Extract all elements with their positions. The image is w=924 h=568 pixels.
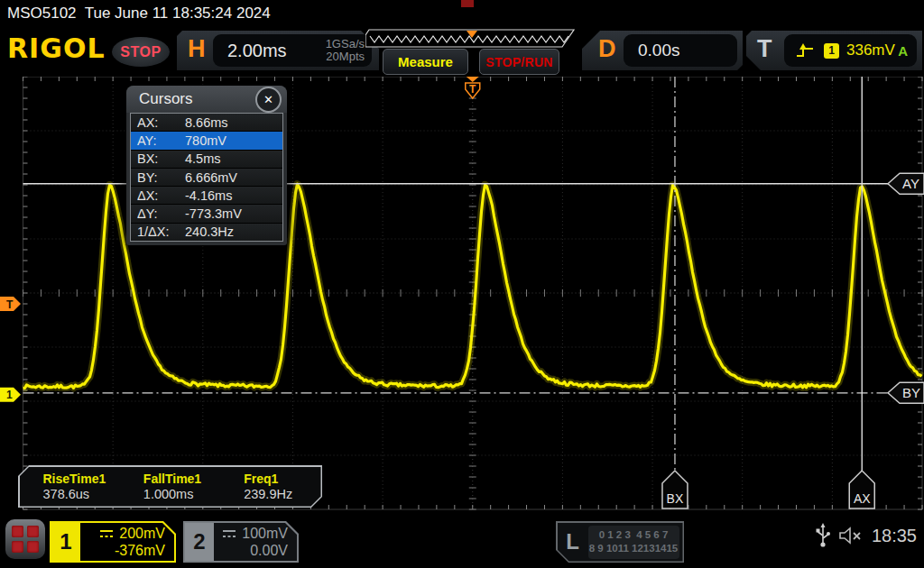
- cursor-row-value: -773.3mV: [185, 206, 242, 221]
- svg-text:AY: AY: [902, 176, 919, 191]
- channel-2-scale: 100mV: [242, 525, 288, 542]
- cursor-flag-ay[interactable]: AY: [888, 173, 924, 194]
- measurements-list: RiseTime1378.6usFallTime11.000msFreq1239…: [20, 467, 321, 507]
- cursor-row-label: ΔX:: [137, 188, 180, 203]
- cursor-row[interactable]: AY:780mV: [131, 132, 282, 150]
- measurement-label: Freq1: [244, 472, 320, 487]
- cursor-row-value: -4.16ms: [185, 188, 232, 203]
- bottom-bar: 1 200mV -376mV 2: [0, 512, 924, 568]
- logic-channels-box[interactable]: L 0 1 2 3 4 5 6 78 9 1011 12131415: [556, 521, 684, 563]
- trigger-mode: A: [898, 43, 908, 59]
- trigger-label: T: [757, 35, 772, 63]
- cursors-panel-titlebar[interactable]: Cursors ✕: [126, 86, 287, 113]
- trigger-inset: 1 336mV A: [784, 34, 917, 67]
- svg-text:AX: AX: [854, 491, 871, 506]
- stop-run-button[interactable]: STOP/RUN: [479, 49, 559, 75]
- speaker-muted-icon[interactable]: [839, 526, 863, 545]
- measure-button[interactable]: Measure: [383, 49, 468, 75]
- delay-panel[interactable]: D 0.00s: [582, 31, 743, 70]
- stop-run-button-label: STOP/RUN: [485, 55, 553, 69]
- svg-text:T: T: [469, 83, 476, 96]
- measurement-label: FallTime1: [143, 472, 220, 487]
- cursor-row[interactable]: ΔX:-4.16ms: [131, 187, 282, 205]
- delay-inset: 0.00s: [624, 34, 737, 67]
- delay-label: D: [598, 35, 616, 63]
- rigol-logo: RIGOL: [7, 32, 106, 64]
- cursor-row-label: 1/ΔX:: [137, 224, 180, 239]
- measurements-panel[interactable]: RiseTime1378.6usFallTime11.000msFreq1239…: [18, 465, 322, 508]
- channel-1-offset: -376mV: [80, 542, 165, 559]
- usb-icon: [816, 523, 830, 548]
- trigger-level-value: 336mV: [846, 41, 895, 60]
- cursor-row-label: BY:: [137, 170, 180, 185]
- cursor-row-value: 780mV: [185, 133, 226, 148]
- measurement-label: RiseTime1: [43, 472, 120, 487]
- channel-1-number: 1: [51, 523, 80, 561]
- cursor-row-label: BX:: [137, 151, 180, 166]
- channel-1-box[interactable]: 1 200mV -376mV: [50, 521, 176, 563]
- cursor-row[interactable]: 1/ΔX:240.3Hz: [131, 224, 282, 241]
- cursor-flag-bx[interactable]: BX: [662, 471, 688, 508]
- svg-text:T: T: [6, 298, 14, 311]
- measurement-item: Freq1239.9Hz: [244, 467, 320, 507]
- timebase-inset: 2.00ms 1GSa/s20Mpts: [213, 34, 372, 67]
- dc-coupling-icon: [98, 528, 115, 539]
- delay-value: 0.00s: [638, 41, 679, 60]
- trigger-level-marker[interactable]: T: [0, 297, 21, 311]
- channel-2-number: 2: [185, 523, 214, 561]
- measurement-value: 378.6us: [43, 487, 120, 502]
- cursor-row[interactable]: AX:8.66ms: [131, 114, 282, 132]
- measurement-item: RiseTime1378.6us: [43, 467, 120, 507]
- cursor-row[interactable]: BX:4.5ms: [131, 151, 282, 169]
- function-grid-icon[interactable]: [5, 519, 45, 559]
- ch1-ground-marker[interactable]: 1: [0, 388, 21, 402]
- run-state-indicator[interactable]: STOP: [112, 37, 170, 67]
- logic-channel-numbers: 0 1 2 3 4 5 6 78 9 1011 12131415: [588, 526, 679, 559]
- trigger-panel[interactable]: T 1 336mV A: [746, 31, 922, 70]
- timebase-value: 2.00ms: [227, 41, 287, 61]
- svg-text:1: 1: [6, 389, 13, 401]
- sample-rate: 1GSa/s20Mpts: [326, 38, 365, 63]
- cursor-row-value: 240.3Hz: [185, 224, 234, 239]
- cursor-row-label: AY:: [137, 133, 180, 148]
- cursors-panel-title: Cursors: [139, 90, 193, 108]
- os-bar: MSO5102 Tue June 11 18:35:24 2024: [0, 0, 924, 27]
- measurement-item: FallTime11.000ms: [143, 467, 220, 507]
- cursor-flag-by[interactable]: BY: [888, 382, 924, 403]
- logic-label: L: [558, 523, 588, 562]
- clock-label: 18:35: [872, 526, 917, 546]
- close-icon[interactable]: ✕: [255, 87, 282, 113]
- delay-bar[interactable]: [365, 28, 577, 50]
- run-state-label: STOP: [120, 44, 161, 60]
- cursor-row-value: 4.5ms: [185, 151, 221, 166]
- channel-2-box[interactable]: 2 100mV 0.00V: [183, 521, 299, 563]
- cursors-panel[interactable]: Cursors ✕ AX:8.66msAY:780mVBX:4.5msBY:6.…: [126, 86, 287, 245]
- cursors-list: AX:8.66msAY:780mVBX:4.5msBY:6.666mVΔX:-4…: [130, 113, 283, 242]
- measurement-value: 1.000ms: [143, 487, 220, 502]
- header-bar: RIGOL STOP H 2.00ms 1GSa/s20Mpts Measure…: [0, 27, 924, 77]
- window-title: MSO5102 Tue June 11 18:35:24 2024: [7, 5, 271, 23]
- cursor-row-value: 8.66ms: [185, 115, 228, 130]
- cursor-row-label: AX:: [137, 115, 180, 130]
- measure-button-label: Measure: [398, 54, 453, 69]
- channel-1-scale: 200mV: [119, 525, 165, 542]
- cursor-row-label: ΔY:: [137, 206, 180, 221]
- cursor-flag-ax[interactable]: AX: [849, 471, 874, 508]
- trigger-source-badge: 1: [824, 43, 839, 59]
- horizontal-label: H: [188, 35, 206, 63]
- top-red-marker: [461, 0, 474, 7]
- cursor-row[interactable]: BY:6.666mV: [131, 169, 282, 187]
- edge-trigger-icon: [795, 41, 815, 60]
- measurement-value: 239.9Hz: [244, 487, 320, 502]
- cursor-row[interactable]: ΔY:-773.3mV: [131, 205, 282, 223]
- horizontal-panel[interactable]: H 2.00ms 1GSa/s20Mpts: [177, 31, 379, 70]
- cursor-row-value: 6.666mV: [185, 170, 237, 185]
- trigger-position-marker[interactable]: T: [466, 77, 480, 98]
- svg-text:BX: BX: [667, 491, 684, 506]
- dc-coupling-icon: [221, 528, 237, 539]
- channel-2-offset: 0.00V: [214, 542, 288, 559]
- svg-text:BY: BY: [902, 385, 920, 400]
